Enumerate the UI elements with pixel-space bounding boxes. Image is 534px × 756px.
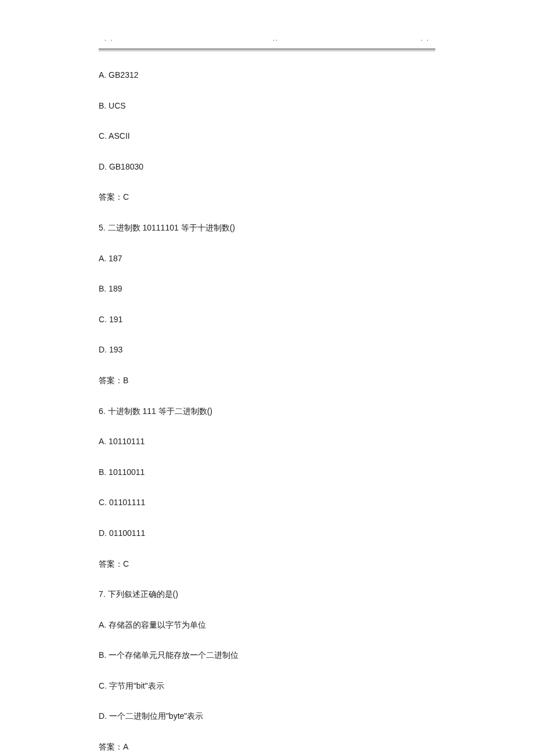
q4-option-a: A. GB2312 bbox=[99, 70, 435, 81]
header-dot-center: .. bbox=[273, 35, 279, 42]
q5-option-c: C. 191 bbox=[99, 314, 435, 326]
q6-option-c: C. 01101111 bbox=[99, 497, 435, 509]
q6-stem: 6. 十进制数 111 等于二进制数() bbox=[99, 406, 435, 417]
header-marks: . . .. . . bbox=[99, 35, 435, 46]
q5-option-d: D. 193 bbox=[99, 344, 435, 356]
document-page: . . .. . . A. GB2312 B. UCS C. ASCII D. … bbox=[0, 0, 534, 756]
q5-option-a: A. 187 bbox=[99, 253, 435, 265]
q4-answer: 答案：C bbox=[99, 192, 435, 203]
header-rule bbox=[99, 49, 435, 51]
q6-answer: 答案：C bbox=[99, 559, 435, 570]
q5-answer: 答案：B bbox=[99, 375, 435, 387]
q6-option-b: B. 10110011 bbox=[99, 467, 435, 478]
q5-stem: 5. 二进制数 10111101 等于十进制数() bbox=[99, 222, 435, 234]
q7-option-c: C. 字节用"bit"表示 bbox=[99, 681, 435, 692]
q7-option-d: D. 一个二进制位用"byte"表示 bbox=[99, 711, 435, 722]
q7-option-b: B. 一个存储单元只能存放一个二进制位 bbox=[99, 650, 435, 661]
q6-option-d: D. 01100111 bbox=[99, 528, 435, 539]
q4-option-b: B. UCS bbox=[99, 100, 435, 112]
q6-option-a: A. 10110111 bbox=[99, 436, 435, 448]
q7-option-a: A. 存储器的容量以字节为单位 bbox=[99, 620, 435, 631]
header-dot-left: . . bbox=[104, 35, 113, 42]
q7-answer: 答案：A bbox=[99, 741, 435, 753]
q4-option-c: C. ASCII bbox=[99, 131, 435, 142]
header-dot-right: . . bbox=[421, 35, 430, 42]
q4-option-d: D. GB18030 bbox=[99, 161, 435, 173]
q5-option-b: B. 189 bbox=[99, 283, 435, 295]
q7-stem: 7. 下列叙述正确的是() bbox=[99, 589, 435, 600]
